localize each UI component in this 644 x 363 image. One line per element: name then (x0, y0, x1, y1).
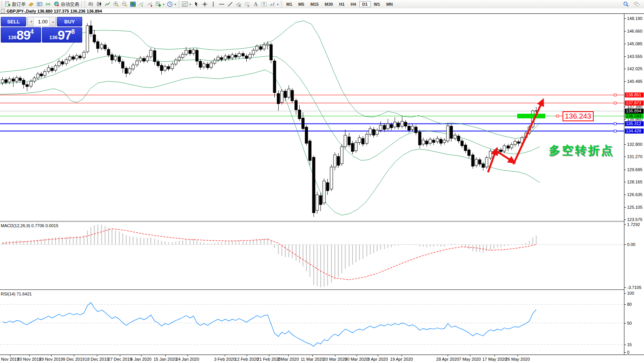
candle-body (418, 132, 421, 145)
fibonacci-button[interactable]: F (243, 0, 251, 8)
channel-button[interactable]: E (234, 0, 243, 8)
vertical-line-button[interactable] (209, 0, 217, 8)
chat-button[interactable] (632, 0, 641, 8)
crosshair-button[interactable] (201, 0, 209, 8)
line-handle[interactable] (614, 94, 616, 96)
zoom-in-button[interactable] (112, 0, 120, 8)
candle-body (146, 57, 149, 61)
candle-body (340, 147, 343, 164)
candle-body (96, 42, 99, 49)
candle-body (252, 50, 255, 54)
bar-chart-button[interactable] (86, 0, 95, 8)
volume-down-button[interactable]: ▼ (27, 17, 34, 26)
cursor-button[interactable] (192, 0, 201, 8)
new-order-button[interactable]: 新订单 (3, 0, 27, 8)
text-label-button[interactable]: T (260, 0, 268, 8)
timeframe-button-h4[interactable]: H4 (348, 1, 359, 7)
zoom-out-button[interactable] (120, 0, 129, 8)
timeframe-button-m5[interactable]: M5 (295, 1, 307, 7)
gold-tool-button[interactable] (27, 0, 35, 8)
trendline-button[interactable] (226, 0, 234, 8)
autotrading-button[interactable]: 自动交易 (52, 0, 80, 8)
timeframe-button-m30[interactable]: M30 (322, 1, 336, 7)
price-axis[interactable]: 148.190146.660145.085143.555142.025140.4… (624, 14, 644, 355)
main-chart-pane[interactable]: SELL ▼ ▲ BUY 136 89 4 136 97 8 (0, 14, 644, 221)
sell-button[interactable]: SELL (1, 17, 26, 26)
trend-arrow-annotation[interactable] (513, 101, 543, 164)
volume-up-button[interactable]: ▲ (49, 17, 56, 26)
period-button[interactable]: ▾ (166, 0, 177, 8)
candle-body (284, 91, 287, 97)
timeframe-button-m1[interactable]: M1 (283, 1, 295, 7)
shapes-button[interactable]: ▾ (268, 0, 280, 8)
line-handle[interactable] (614, 123, 616, 125)
candle-body (337, 157, 340, 165)
autotrading-icon (53, 1, 60, 7)
date-label: Nov 2019 (1, 357, 19, 361)
candle-body (266, 44, 269, 45)
pivot-annotation-text[interactable]: 多空转折点 (549, 143, 614, 158)
candlestick-chart[interactable] (0, 14, 624, 221)
rsi-pane[interactable]: RSI(14) 71.6421 (0, 291, 644, 355)
candle-body (489, 151, 492, 158)
timeframe-button-m15[interactable]: M15 (307, 1, 322, 7)
line-handle[interactable] (614, 102, 616, 104)
candle-body (440, 139, 442, 144)
highlight-bar-annotation[interactable] (517, 114, 545, 118)
callout-handle[interactable] (556, 115, 559, 117)
toolbar-separator (81, 1, 82, 8)
rsi-chart[interactable] (0, 291, 624, 355)
sell-price[interactable]: 136 89 4 (1, 27, 41, 43)
buy-price[interactable]: 136 97 8 (42, 27, 82, 43)
candle-body (30, 81, 32, 86)
candle-body (15, 78, 18, 81)
volume-input[interactable] (34, 17, 49, 26)
toolbar-grip[interactable] (1, 1, 3, 7)
candle-body (121, 62, 124, 68)
candle-body (273, 61, 276, 93)
candle-body (136, 61, 138, 65)
chart-title: GBPJPY-,Daily 136.880 137.375 136.236 13… (7, 9, 102, 13)
toolbar-grip[interactable] (281, 1, 282, 7)
chevron-down-icon: ▾ (174, 3, 176, 6)
tile-windows-button[interactable] (129, 0, 137, 8)
price-callout-label[interactable]: 136.243 (563, 111, 594, 121)
timeframe-button-mn[interactable]: MN (383, 1, 396, 7)
text-button[interactable]: A (251, 0, 260, 8)
toolbar-right (622, 0, 644, 8)
timeframe-button-h1[interactable]: H1 (336, 1, 347, 7)
date-label: 24 Jan 2020 (176, 357, 199, 361)
date-label: 27 Dec 2019 (108, 357, 132, 361)
candle-body (249, 54, 251, 58)
date-label: 30 Mar 2020 (345, 357, 368, 361)
buy-button[interactable]: BUY (57, 17, 82, 26)
timeframe-button-w1[interactable]: W1 (371, 1, 383, 7)
price-tick-label: 145.085 (627, 41, 642, 46)
date-axis[interactable]: Nov 201920 Nov 201929 Nov 20199 Dec 2019… (0, 355, 644, 363)
line-chart-button[interactable] (103, 0, 112, 8)
profile-button[interactable] (35, 0, 44, 8)
candle-body (79, 56, 81, 58)
chart-shift-button[interactable] (146, 0, 154, 8)
timeframe-button-d1[interactable]: D1 (359, 1, 371, 7)
macd-chart[interactable] (0, 223, 624, 289)
candle-body (355, 142, 357, 150)
auto-scroll-button[interactable] (137, 0, 146, 8)
broadcast-button[interactable] (44, 0, 52, 8)
candle-body (482, 164, 485, 168)
candle-chart-button[interactable] (95, 0, 103, 8)
chart-template-button[interactable]: ▾ (181, 0, 192, 8)
toolbar-grip[interactable] (84, 1, 86, 7)
shapes-icon (269, 1, 276, 7)
date-label: 6 Jan 2020 (131, 357, 151, 361)
candle-body (68, 57, 71, 60)
macd-pane[interactable]: MACD(12,26,9) 0.7706 0.0015 (0, 223, 644, 289)
add-indicator-button[interactable]: ▾ (154, 0, 166, 8)
line-handle[interactable] (614, 130, 616, 132)
horizontal-line-button[interactable] (217, 0, 226, 8)
candle-body (397, 123, 400, 127)
toolbar-grip[interactable] (178, 1, 180, 7)
candle-body (157, 62, 159, 66)
search-button[interactable] (622, 0, 630, 8)
candle-body (443, 140, 446, 142)
